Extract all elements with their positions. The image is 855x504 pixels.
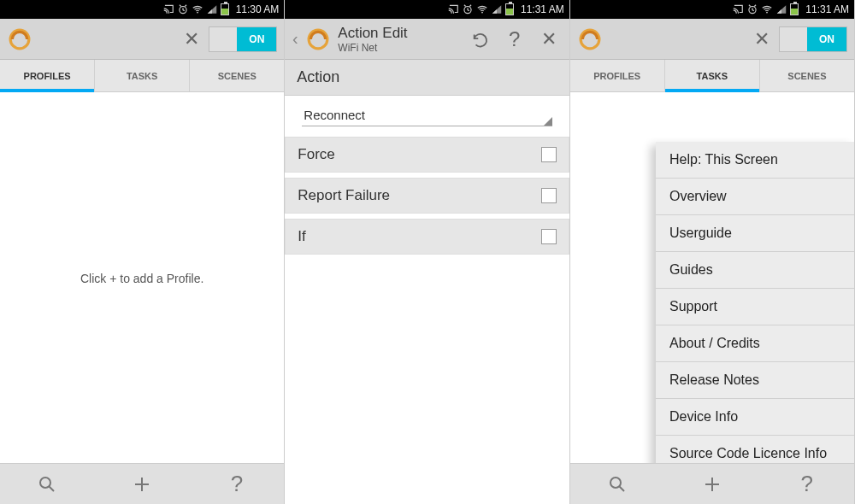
app-bar: ‹ Action Edit WiFi Net ? ✕ [285, 19, 569, 60]
menu-userguide[interactable]: Userguide [656, 215, 854, 252]
power-toggle-knob: ON [237, 27, 276, 51]
power-toggle-knob: ON [807, 27, 846, 51]
tab-bar: PROFILES TASKS SCENES [570, 60, 854, 92]
plus-icon [132, 474, 152, 495]
menu-guides[interactable]: Guides [656, 252, 854, 289]
cast-icon [732, 3, 744, 15]
tab-bar: PROFILES TASKS SCENES [0, 60, 284, 92]
tab-profiles[interactable]: PROFILES [570, 60, 665, 91]
action-section-header: Action [285, 60, 569, 96]
tab-profiles[interactable]: PROFILES [0, 60, 95, 91]
help-icon: ? [800, 471, 812, 497]
menu-release-notes[interactable]: Release Notes [656, 362, 854, 399]
status-icons [732, 3, 799, 15]
tab-scenes[interactable]: SCENES [760, 60, 854, 91]
bottom-bar: ? [570, 463, 854, 504]
option-row-if[interactable]: If [285, 219, 569, 255]
status-time: 11:31 AM [805, 3, 849, 15]
plus-icon [702, 474, 722, 495]
app-logo [574, 28, 601, 50]
tab-tasks[interactable]: TASKS [95, 60, 190, 91]
battery-icon [221, 3, 229, 15]
status-time: 11:31 AM [521, 3, 564, 15]
tab-label: PROFILES [593, 71, 640, 81]
close-icon: ✕ [541, 28, 557, 50]
cast-icon [162, 3, 174, 15]
status-time: 11:30 AM [236, 3, 280, 15]
tab-scenes[interactable]: SCENES [190, 60, 284, 91]
menu-device-info[interactable]: Device Info [656, 399, 854, 436]
tab-tasks[interactable]: TASKS [665, 60, 760, 91]
app-bar: ✕ ON [0, 19, 284, 60]
checkbox-report-failure[interactable] [541, 188, 557, 203]
battery-icon [505, 3, 514, 15]
tab-label: PROFILES [24, 71, 71, 81]
profiles-body: Click + to add a Profile. [0, 92, 284, 463]
tasker-logo-icon [9, 28, 31, 50]
option-label: Force [298, 146, 334, 163]
appbar-subtitle: WiFi Net [338, 42, 407, 54]
tasker-logo-icon [307, 28, 329, 50]
help-icon: ? [231, 471, 243, 497]
search-button[interactable] [570, 464, 665, 504]
tab-label: TASKS [127, 71, 157, 81]
close-button[interactable]: ✕ [745, 22, 779, 56]
action-select[interactable]: Reconnect [302, 104, 551, 126]
pane-profiles: 11:30 AM ✕ ON PROFILES TASKS SCENES Clic… [0, 0, 285, 504]
tab-label: SCENES [218, 71, 256, 81]
option-label: If [298, 228, 305, 245]
option-row-force[interactable]: Force [285, 137, 569, 173]
search-button[interactable] [0, 464, 95, 504]
tasks-body: Help: This Screen Overview Userguide Gui… [570, 92, 854, 463]
action-select-value: Reconnect [304, 108, 365, 122]
bottom-bar: ? [0, 463, 284, 504]
appbar-title: Action Edit [338, 25, 407, 42]
alarm-icon [746, 3, 758, 15]
undo-button[interactable] [463, 22, 498, 56]
help-button[interactable]: ? [498, 22, 532, 56]
menu-support[interactable]: Support [656, 289, 854, 325]
menu-source-licence[interactable]: Source Code Licence Info [656, 436, 854, 463]
alarm-icon [177, 3, 189, 15]
power-toggle[interactable]: ON [209, 26, 277, 52]
help-icon: ? [509, 27, 520, 51]
wifi-icon [192, 3, 203, 15]
wifi-icon [761, 3, 773, 15]
tasker-logo-icon [579, 28, 601, 50]
signal-icon [491, 3, 503, 15]
search-icon [37, 474, 57, 495]
power-toggle[interactable]: ON [779, 26, 847, 52]
checkbox-if[interactable] [541, 229, 557, 244]
menu-about-credits[interactable]: About / Credits [656, 325, 854, 362]
overflow-menu: Help: This Screen Overview Userguide Gui… [656, 142, 854, 463]
close-button[interactable]: ✕ [174, 22, 209, 56]
status-icons [162, 3, 229, 15]
status-bar: 11:31 AM [570, 0, 854, 19]
add-button[interactable] [95, 464, 190, 504]
option-label: Report Failure [298, 187, 390, 204]
svg-point-1 [197, 12, 198, 14]
checkbox-force[interactable] [541, 147, 557, 162]
svg-point-5 [481, 12, 483, 14]
wifi-icon [476, 3, 488, 15]
menu-help-this-screen[interactable]: Help: This Screen [656, 142, 854, 179]
option-row-report-failure[interactable]: Report Failure [285, 178, 569, 214]
pane-action-edit: 11:31 AM ‹ Action Edit WiFi Net ? ✕ Acti… [285, 0, 569, 504]
close-button[interactable]: ✕ [532, 22, 566, 56]
back-button[interactable]: ‹ [288, 29, 302, 49]
signal-icon [775, 3, 787, 15]
action-edit-body: Action Reconnect Force Report Failure If [285, 60, 569, 504]
app-bar: ✕ ON [570, 19, 854, 60]
status-bar: 11:31 AM [285, 0, 569, 19]
menu-overview[interactable]: Overview [656, 179, 854, 215]
alarm-icon [462, 3, 474, 15]
help-button[interactable]: ? [759, 464, 854, 504]
tab-label: SCENES [787, 71, 826, 81]
cast-icon [447, 3, 459, 15]
app-logo [3, 28, 31, 50]
search-icon [607, 474, 628, 495]
help-button[interactable]: ? [190, 464, 285, 504]
add-button[interactable] [664, 464, 759, 504]
pane-tasks-menu: 11:31 AM ✕ ON PROFILES TASKS SCENES Help… [570, 0, 855, 504]
svg-point-8 [766, 12, 768, 14]
